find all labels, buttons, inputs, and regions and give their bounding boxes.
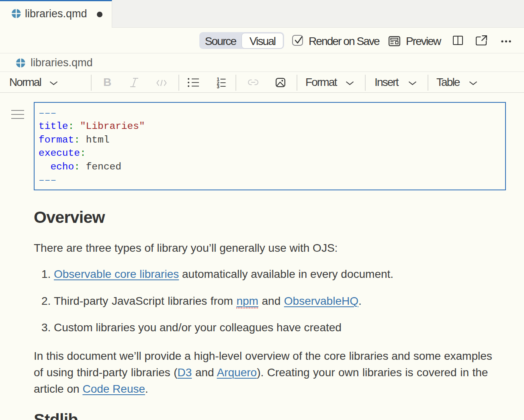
svg-text:3: 3 [217,84,219,89]
